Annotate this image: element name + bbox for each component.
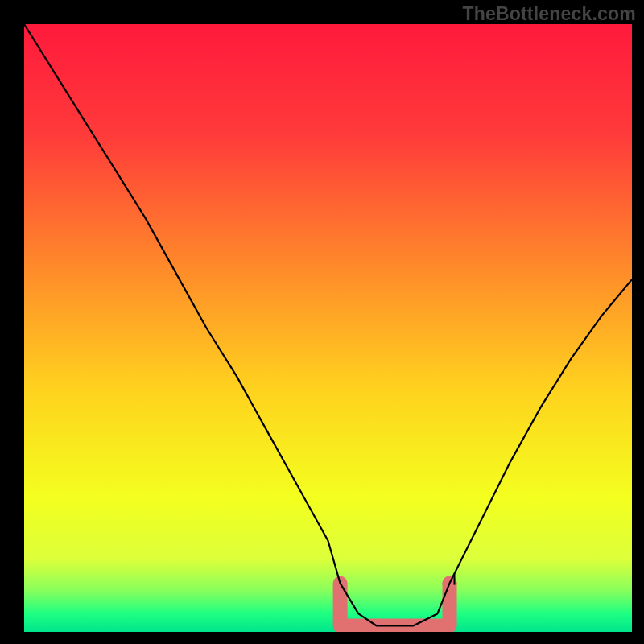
frame-border-right <box>632 0 644 644</box>
frame-border-bottom <box>0 632 644 644</box>
watermark-label: TheBottleneck.com <box>462 3 636 25</box>
chart-frame: TheBottleneck.com <box>0 0 644 644</box>
frame-border-left <box>0 0 24 644</box>
bottleneck-chart <box>0 0 644 644</box>
